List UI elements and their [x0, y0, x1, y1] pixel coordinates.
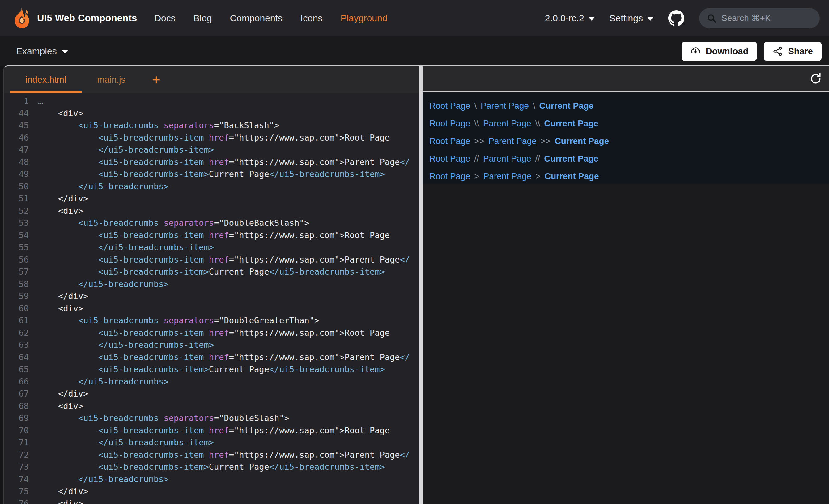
brand[interactable]: UI5 Web Components	[12, 7, 137, 30]
top-navbar: UI5 Web Components Docs Blog Components …	[0, 0, 829, 36]
code-line[interactable]: 61 <ui5-breadcrumbs separators="DoubleGr…	[4, 314, 419, 327]
code-line[interactable]: 48 <ui5-breadcrumbs-item href="https://w…	[4, 156, 419, 168]
breadcrumb-link[interactable]: Root Page	[429, 119, 470, 128]
code-line[interactable]: 71 </ui5-breadcrumbs-item>	[4, 436, 419, 449]
examples-label: Examples	[16, 46, 57, 56]
examples-dropdown[interactable]: Examples	[16, 46, 68, 56]
breadcrumbs-row: Root Page\Parent Page\Current Page	[429, 97, 829, 115]
code-line[interactable]: 44 <div>	[4, 107, 419, 119]
code-line[interactable]: 70 <ui5-breadcrumbs-item href="https://w…	[4, 424, 419, 437]
breadcrumb-link[interactable]: Parent Page	[483, 154, 531, 164]
line-number: 74	[4, 473, 31, 486]
code-line[interactable]: 74 </ui5-breadcrumbs>	[4, 473, 419, 486]
code-line[interactable]: 53 <ui5-breadcrumbs separators="DoubleBa…	[4, 217, 419, 229]
breadcrumb-separator: >>	[474, 136, 484, 146]
breadcrumb-link[interactable]: Root Page	[429, 101, 470, 111]
breadcrumb-link[interactable]: Parent Page	[489, 136, 537, 146]
share-icon	[772, 46, 783, 56]
breadcrumb-current: Current Page	[544, 119, 599, 128]
brand-title: UI5 Web Components	[37, 13, 137, 24]
line-code: <ui5-breadcrumbs-item>Current Page</ui5-…	[31, 266, 385, 278]
code-lines[interactable]: 1…44 <div>45 <ui5-breadcrumbs separators…	[4, 93, 419, 504]
code-line[interactable]: 46 <ui5-breadcrumbs-item href="https://w…	[4, 131, 419, 144]
line-number: 47	[4, 144, 31, 156]
code-line[interactable]: 49 <ui5-breadcrumbs-item>Current Page</u…	[4, 168, 419, 180]
share-button[interactable]: Share	[764, 42, 822, 61]
code-line[interactable]: 1…	[4, 95, 419, 107]
tab-index-html[interactable]: index.html	[10, 66, 82, 93]
code-line[interactable]: 68 <div>	[4, 400, 419, 412]
pane-splitter[interactable]	[419, 66, 423, 504]
code-line[interactable]: 67 </div>	[4, 388, 419, 400]
chevron-down-icon	[647, 17, 653, 21]
code-line[interactable]: 63 </ui5-breadcrumbs-item>	[4, 339, 419, 351]
code-line[interactable]: 75 </div>	[4, 485, 419, 498]
nav-link-blog[interactable]: Blog	[193, 13, 212, 24]
code-line[interactable]: 66 </ui5-breadcrumbs>	[4, 376, 419, 388]
code-line[interactable]: 69 <ui5-breadcrumbs separators="DoubleSl…	[4, 412, 419, 424]
playground-container: index.html main.js + 1…44 <div>45 <ui5-b…	[3, 66, 829, 504]
breadcrumb-separator: >>	[541, 136, 551, 146]
nav-link-docs[interactable]: Docs	[154, 13, 175, 24]
code-line[interactable]: 51 </div>	[4, 192, 419, 205]
line-number: 44	[4, 107, 31, 119]
line-number: 66	[4, 376, 31, 388]
line-number: 68	[4, 400, 31, 412]
line-number: 52	[4, 205, 31, 217]
nav-link-icons[interactable]: Icons	[300, 13, 323, 24]
line-number: 75	[4, 485, 31, 498]
code-line[interactable]: 45 <ui5-breadcrumbs separators="BackSlas…	[4, 119, 419, 131]
code-line[interactable]: 55 </ui5-breadcrumbs-item>	[4, 241, 419, 254]
line-code: <ui5-breadcrumbs separators="DoubleGreat…	[31, 314, 319, 327]
share-label: Share	[788, 46, 813, 56]
line-number: 61	[4, 314, 31, 327]
version-dropdown[interactable]: 2.0.0-rc.2	[545, 13, 595, 24]
line-number: 1	[4, 95, 31, 107]
line-code: </div>	[31, 192, 88, 205]
settings-dropdown[interactable]: Settings	[610, 13, 653, 24]
breadcrumb-separator: >	[535, 171, 540, 181]
breadcrumb-separator: >	[474, 171, 479, 181]
breadcrumb-separator: \\	[474, 119, 479, 128]
code-line[interactable]: 76 <div>	[4, 498, 419, 504]
search-box[interactable]	[699, 8, 820, 29]
line-code: <div>	[31, 205, 83, 217]
search-input[interactable]	[721, 13, 812, 23]
add-tab-button[interactable]: +	[148, 66, 165, 93]
line-number: 62	[4, 327, 31, 339]
breadcrumb-link[interactable]: Root Page	[429, 171, 470, 181]
tab-main-js[interactable]: main.js	[82, 66, 141, 93]
code-line[interactable]: 54 <ui5-breadcrumbs-item href="https://w…	[4, 229, 419, 241]
line-code: </ui5-breadcrumbs-item>	[31, 436, 214, 449]
line-number: 60	[4, 302, 31, 315]
code-line[interactable]: 57 <ui5-breadcrumbs-item>Current Page</u…	[4, 266, 419, 278]
code-line[interactable]: 47 </ui5-breadcrumbs-item>	[4, 144, 419, 156]
code-line[interactable]: 52 <div>	[4, 205, 419, 217]
download-button[interactable]: Download	[682, 42, 757, 61]
nav-link-components[interactable]: Components	[230, 13, 283, 24]
breadcrumb-separator: //	[535, 154, 540, 164]
line-code: <ui5-breadcrumbs-item href="https://www.…	[31, 229, 390, 241]
line-code: …	[31, 95, 43, 107]
code-line[interactable]: 60 <div>	[4, 302, 419, 315]
code-line[interactable]: 62 <ui5-breadcrumbs-item href="https://w…	[4, 327, 419, 339]
github-icon[interactable]	[668, 10, 684, 26]
examples-toolbar: Examples Download Share	[0, 36, 829, 66]
code-line[interactable]: 72 <ui5-breadcrumbs-item href="https://w…	[4, 449, 419, 461]
refresh-icon[interactable]	[809, 72, 822, 85]
breadcrumb-link[interactable]: Parent Page	[483, 119, 531, 128]
code-line[interactable]: 56 <ui5-breadcrumbs-item href="https://w…	[4, 254, 419, 266]
breadcrumb-link[interactable]: Root Page	[429, 154, 470, 164]
code-line[interactable]: 65 <ui5-breadcrumbs-item>Current Page</u…	[4, 363, 419, 376]
code-line[interactable]: 59 </div>	[4, 290, 419, 302]
breadcrumb-link[interactable]: Parent Page	[481, 101, 529, 111]
code-line[interactable]: 58 </ui5-breadcrumbs>	[4, 278, 419, 290]
nav-link-playground[interactable]: Playground	[340, 13, 388, 24]
chevron-down-icon	[588, 17, 595, 21]
code-line[interactable]: 50 </ui5-breadcrumbs>	[4, 180, 419, 193]
breadcrumb-link[interactable]: Parent Page	[483, 171, 532, 181]
breadcrumb-link[interactable]: Root Page	[429, 136, 470, 146]
code-line[interactable]: 73 <ui5-breadcrumbs-item>Current Page</u…	[4, 461, 419, 473]
line-number: 67	[4, 388, 31, 400]
code-line[interactable]: 64 <ui5-breadcrumbs-item href="https://w…	[4, 351, 419, 363]
